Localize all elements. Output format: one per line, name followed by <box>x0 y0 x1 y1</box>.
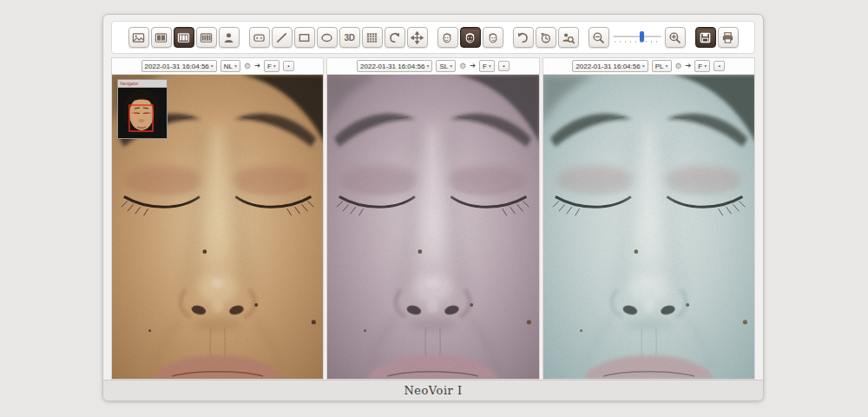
option-glyph: ▪ <box>503 63 504 69</box>
view-value: F <box>483 63 487 70</box>
zoom-out-button[interactable] <box>589 27 609 48</box>
view-value: F <box>267 63 272 70</box>
zoom-slider[interactable] <box>611 27 663 48</box>
person-icon <box>222 31 235 44</box>
navigator[interactable]: Navigator <box>117 79 168 139</box>
timestamp-value: 2022-01-31 16:04:56 <box>360 63 424 70</box>
app-window: 3D 2022-01-31 16:04:56 ▾ NL ▾ ⚙ ➔ F ▾ ▪ <box>102 14 764 401</box>
line-tool-button[interactable] <box>272 27 293 48</box>
apply-arrow-icon[interactable]: ➔ <box>254 63 260 70</box>
redo-icon <box>516 31 529 44</box>
navigator-thumbnail[interactable] <box>118 88 167 138</box>
skin-photo[interactable]: Navigator <box>112 75 323 379</box>
chevron-down-icon: ▾ <box>211 63 214 69</box>
timestamp-dropdown[interactable]: 2022-01-31 16:04:56 ▾ <box>141 60 217 72</box>
move-icon <box>411 31 424 44</box>
lamp-icon[interactable]: ⚙ <box>459 63 466 70</box>
zoomin-icon <box>668 31 681 44</box>
skin-photo[interactable] <box>543 75 754 379</box>
face-image <box>543 75 754 379</box>
light-mode-dropdown[interactable]: PL ▾ <box>652 60 672 72</box>
face-image <box>327 75 538 379</box>
toolbar-area: 3D <box>103 15 763 57</box>
zoom-in-button[interactable] <box>665 27 686 48</box>
chevron-down-icon: ▾ <box>426 63 429 69</box>
print-icon <box>721 31 734 44</box>
capture-button[interactable] <box>249 27 270 48</box>
timestamp-value: 2022-01-31 16:04:56 <box>575 63 640 70</box>
image-panels: 2022-01-31 16:04:56 ▾ NL ▾ ⚙ ➔ F ▾ ▪ <box>103 57 763 380</box>
grid-overlay-button[interactable] <box>362 27 383 48</box>
zoom-slider-track[interactable] <box>613 36 661 37</box>
light-mode-dropdown[interactable]: NL ▾ <box>220 60 240 72</box>
chevron-down-icon: ▾ <box>234 63 237 69</box>
ellipse-icon <box>320 31 333 44</box>
rectangle-tool-button[interactable] <box>294 27 315 48</box>
toolbar: 3D <box>111 21 755 54</box>
faceF-icon <box>464 31 477 44</box>
find-patient-button[interactable] <box>558 27 579 48</box>
image-panel-pl: 2022-01-31 16:04:56 ▾ PL ▾ ⚙ ➔ F ▾ ▪ <box>542 57 755 380</box>
layout3-icon <box>177 31 190 44</box>
face-right-view-button[interactable] <box>483 27 503 48</box>
panel-header: 2022-01-31 16:04:56 ▾ SL ▾ ⚙ ➔ F ▾ ▪ <box>327 58 538 75</box>
skin-photo[interactable] <box>327 75 538 379</box>
faceR-icon <box>486 31 499 44</box>
option-button[interactable]: ▪ <box>713 61 725 71</box>
chevron-down-icon: ▾ <box>704 63 707 69</box>
pan-tool-button[interactable] <box>407 27 428 48</box>
option-button[interactable]: ▪ <box>283 61 294 71</box>
three-pane-layout-button[interactable] <box>174 27 194 48</box>
lamp-icon[interactable]: ⚙ <box>244 63 251 70</box>
ellipse-tool-button[interactable] <box>317 27 338 48</box>
image-panel-sl: 2022-01-31 16:04:56 ▾ SL ▾ ⚙ ➔ F ▾ ▪ <box>326 57 539 380</box>
timestamp-dropdown[interactable]: 2022-01-31 16:04:56 ▾ <box>357 60 432 72</box>
light-mode-value: SL <box>439 63 448 70</box>
navigator-title: Navigator <box>118 80 167 88</box>
zoom-slider-handle[interactable] <box>640 31 644 42</box>
timestamp-value: 2022-01-31 16:04:56 <box>145 63 209 70</box>
single-image-view-button[interactable] <box>128 27 149 48</box>
undo-icon <box>388 31 401 44</box>
findperson-icon <box>562 31 575 44</box>
3d-view-button[interactable]: 3D <box>339 27 360 48</box>
zoomout-icon <box>592 31 605 44</box>
view-value: F <box>698 63 702 70</box>
face-front-view-button[interactable] <box>460 27 481 48</box>
history-button[interactable] <box>536 27 556 48</box>
light-mode-value: NL <box>224 63 233 70</box>
save-button[interactable] <box>695 27 716 48</box>
undo-button[interactable] <box>385 27 405 48</box>
light-mode-value: PL <box>655 63 664 70</box>
light-mode-dropdown[interactable]: SL ▾ <box>436 60 456 72</box>
view-dropdown[interactable]: F ▾ <box>479 60 495 72</box>
option-glyph: ▪ <box>719 63 720 69</box>
patient-button[interactable] <box>219 27 240 48</box>
layout4-icon <box>200 31 213 44</box>
apply-arrow-icon[interactable]: ➔ <box>470 63 476 70</box>
image-panel-nl: 2022-01-31 16:04:56 ▾ NL ▾ ⚙ ➔ F ▾ ▪ <box>111 57 324 380</box>
lamp-icon[interactable]: ⚙ <box>675 63 682 70</box>
apply-arrow-icon[interactable]: ➔ <box>686 63 692 70</box>
device-name-label: NeoVoir I <box>404 384 462 397</box>
camera-icon <box>253 31 266 44</box>
option-button[interactable]: ▪ <box>498 61 510 71</box>
line-icon <box>275 31 288 44</box>
rect-icon <box>298 31 311 44</box>
option-glyph: ▪ <box>287 63 289 69</box>
redo-button[interactable] <box>513 27 534 48</box>
screen: 3D 2022-01-31 16:04:56 ▾ NL ▾ ⚙ ➔ F ▾ ▪ <box>0 0 868 417</box>
multi-pane-layout-button[interactable] <box>196 27 217 48</box>
timestamp-dropdown[interactable]: 2022-01-31 16:04:56 ▾ <box>572 60 648 72</box>
save-icon <box>699 31 712 44</box>
view-dropdown[interactable]: F ▾ <box>264 60 279 72</box>
panel-header: 2022-01-31 16:04:56 ▾ NL ▾ ⚙ ➔ F ▾ ▪ <box>112 58 323 75</box>
image-icon <box>132 31 145 44</box>
print-button[interactable] <box>718 27 739 48</box>
two-pane-layout-button[interactable] <box>151 27 172 48</box>
face-left-view-button[interactable] <box>437 27 458 48</box>
grid-icon <box>365 31 378 44</box>
footer-bar: NeoVoir I <box>103 380 763 400</box>
faceL-icon <box>441 31 454 44</box>
view-dropdown[interactable]: F ▾ <box>694 60 710 72</box>
